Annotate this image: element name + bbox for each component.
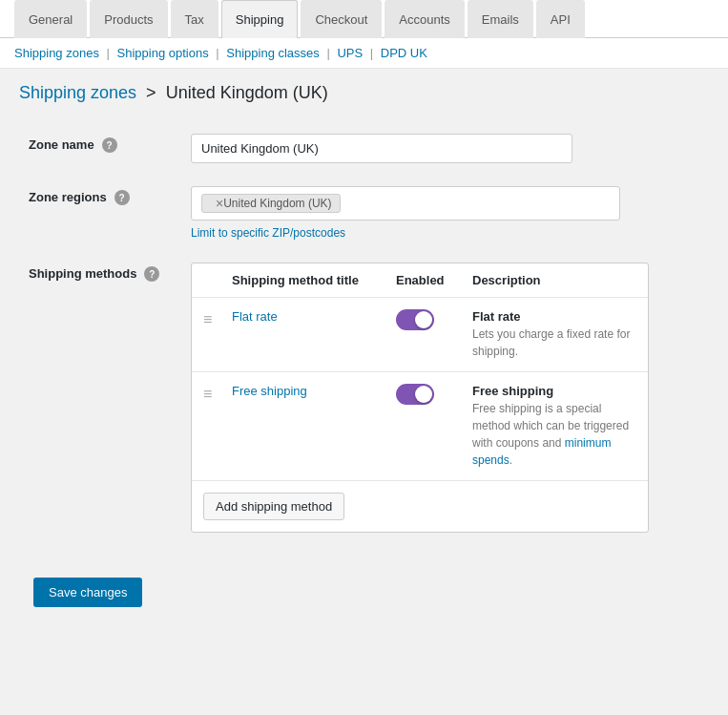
sub-nav: Shipping zones | Shipping options | Ship… — [0, 38, 728, 69]
subnav-item-ups[interactable]: UPS — [337, 46, 363, 60]
zone-name-input[interactable] — [191, 134, 572, 163]
tab-general[interactable]: General — [14, 0, 87, 38]
zip-limit-link[interactable]: Limit to specific ZIP/postcodes — [191, 226, 699, 240]
toggle-flat-rate-thumb — [415, 311, 432, 328]
shipping-methods-help-icon[interactable]: ? — [144, 266, 159, 282]
zone-name-row: Zone name ? — [19, 122, 709, 175]
add-shipping-method-button[interactable]: Add shipping method — [203, 493, 344, 520]
tab-emails[interactable]: Emails — [468, 0, 533, 38]
save-changes-button[interactable]: Save changes — [33, 578, 142, 607]
method-row-flat-rate: ≡ Flat rate — [192, 298, 648, 372]
tag-remove-icon[interactable]: × — [216, 197, 223, 210]
tab-tax[interactable]: Tax — [171, 0, 218, 38]
zone-regions-tag-field[interactable]: × United Kingdom (UK) — [191, 186, 620, 221]
tag-label: United Kingdom (UK) — [223, 197, 331, 210]
zone-region-tag: × United Kingdom (UK) — [201, 194, 341, 213]
method-desc-title-free-shipping: Free shipping — [472, 384, 636, 398]
methods-container: Shipping method title Enabled Descriptio… — [191, 263, 649, 533]
minimum-spends-highlight: minimum spends — [472, 436, 611, 467]
footer-bar: Save changes — [0, 558, 728, 631]
subnav-item-shipping-options[interactable]: Shipping options — [117, 46, 209, 60]
subnav-separator: | — [103, 46, 114, 60]
tabs-bar: GeneralProductsTaxShippingCheckoutAccoun… — [0, 0, 728, 38]
col-title: Shipping method title — [232, 273, 396, 287]
subnav-separator: | — [366, 46, 377, 60]
method-desc-body-free-shipping: Free shipping is a special method which … — [472, 400, 636, 469]
method-name-flat-rate[interactable]: Flat rate — [232, 309, 278, 324]
drag-handle-flat-rate[interactable]: ≡ — [203, 311, 232, 328]
drag-handle-free-shipping[interactable]: ≡ — [203, 386, 232, 403]
subnav-item-shipping-zones[interactable]: Shipping zones — [14, 46, 99, 60]
col-description: Description — [472, 273, 636, 287]
zone-name-label-cell: Zone name ? — [19, 122, 191, 175]
breadcrumb-current: United Kingdom (UK) — [166, 83, 328, 102]
shipping-methods-label: Shipping methods — [29, 266, 136, 281]
zone-regions-label: Zone regions — [29, 190, 107, 204]
col-drag-spacer — [203, 273, 232, 287]
breadcrumb: Shipping zones > United Kingdom (UK) — [19, 83, 709, 103]
toggle-flat-rate[interactable] — [396, 309, 434, 330]
subnav-separator: | — [213, 46, 223, 60]
method-name-free-shipping[interactable]: Free shipping — [232, 384, 307, 398]
zone-regions-row: Zone regions ? × United Kingdom (UK) Lim… — [19, 175, 709, 251]
method-row-free-shipping: ≡ Free shipping — [192, 372, 648, 481]
methods-header: Shipping method title Enabled Descriptio… — [192, 263, 648, 298]
subnav-item-dpd-uk[interactable]: DPD UK — [381, 46, 427, 60]
method-desc-body-flat-rate: Lets you charge a fixed rate for shippin… — [472, 326, 636, 360]
tab-products[interactable]: Products — [90, 0, 167, 38]
subnav-separator: | — [323, 46, 334, 60]
subnav-item-shipping-classes[interactable]: Shipping classes — [226, 46, 320, 60]
tab-checkout[interactable]: Checkout — [301, 0, 382, 38]
toggle-free-shipping[interactable] — [396, 384, 434, 405]
toggle-free-shipping-thumb — [415, 386, 432, 403]
breadcrumb-separator: > — [146, 83, 156, 102]
method-desc-title-flat-rate: Flat rate — [472, 309, 636, 324]
zone-name-help-icon[interactable]: ? — [102, 137, 117, 153]
tab-api[interactable]: API — [536, 0, 585, 38]
zone-name-field-cell — [191, 122, 709, 175]
add-method-container: Add shipping method — [192, 481, 648, 532]
zone-regions-field-cell: × United Kingdom (UK) Limit to specific … — [191, 175, 709, 251]
tab-shipping[interactable]: Shipping — [221, 0, 299, 38]
content: Shipping zones > United Kingdom (UK) Zon… — [0, 69, 728, 558]
shipping-methods-field-cell: Shipping method title Enabled Descriptio… — [191, 251, 709, 544]
shipping-methods-label-cell: Shipping methods ? — [19, 251, 191, 544]
tab-accounts[interactable]: Accounts — [385, 0, 464, 38]
zone-regions-label-cell: Zone regions ? — [19, 175, 191, 251]
breadcrumb-link[interactable]: Shipping zones — [19, 83, 136, 102]
col-enabled: Enabled — [396, 273, 472, 287]
shipping-methods-row: Shipping methods ? Shipping method title… — [19, 251, 709, 544]
zone-name-label: Zone name — [29, 137, 94, 152]
form-table: Zone name ? Zone regions ? — [19, 122, 709, 544]
zone-regions-help-icon[interactable]: ? — [114, 190, 130, 205]
